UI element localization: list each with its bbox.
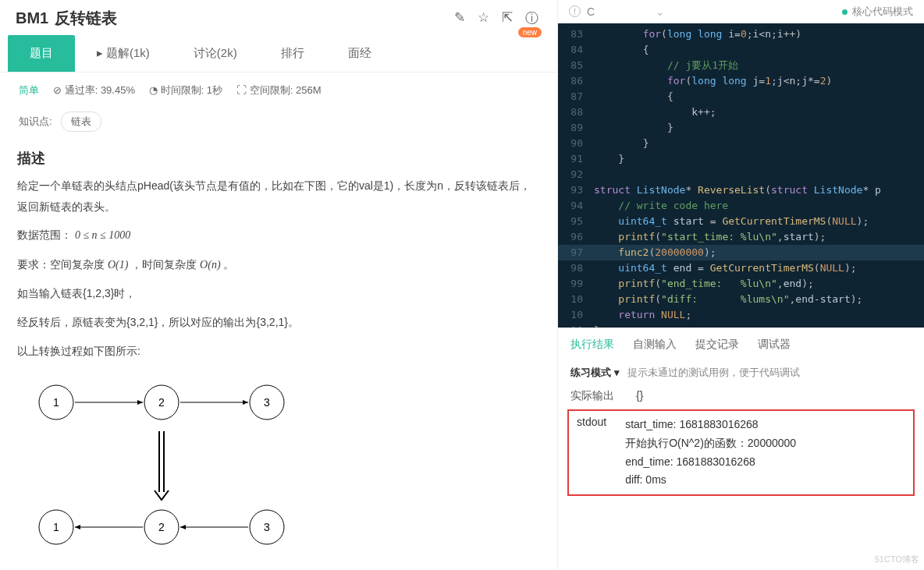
problem-meta: 简单 ⊘ 通过率: 39.45% ◔ 时间限制: 1秒 ⛶ 空间限制: 256M: [0, 73, 557, 108]
star-icon[interactable]: ☆: [478, 9, 489, 27]
code-line[interactable]: 10 printf("diff: %lums\n",end-start);: [558, 292, 924, 307]
knowledge-points: 知识点: 链表: [0, 108, 557, 143]
tab-debugger[interactable]: 调试器: [758, 338, 791, 352]
new-badge: new: [518, 27, 542, 37]
stdout-box: stdout start_time: 1681883016268开始执行O(N^…: [567, 409, 915, 496]
code-line[interactable]: 95 uint64_t start = GetCurrentTimerMS(NU…: [558, 214, 924, 229]
video-icon: ▸: [97, 46, 103, 59]
problem-panel: BM1 反转链表 ✎ ☆ ⇱ ⓘ 题目 ▸题解(1k) 讨论(2k) 排行 面经…: [0, 0, 558, 570]
warning-icon: !: [569, 5, 581, 17]
watermark: 51CTO博客: [875, 554, 919, 565]
time-limit: ◔ 时间限制: 1秒: [149, 83, 222, 97]
practice-mode-row: 练习模式 ▾ 提示未通过的测试用例，便于代码调试: [558, 358, 924, 384]
code-line[interactable]: 90 }: [558, 136, 924, 151]
diagram: 1 2 3 1 2 3: [0, 369, 557, 568]
svg-text:2: 2: [158, 521, 165, 533]
tab-rank[interactable]: 排行: [259, 35, 326, 72]
tab-selftest[interactable]: 自测输入: [633, 338, 677, 352]
actual-output: 实际输出 {}: [558, 384, 924, 405]
language-select[interactable]: ! C ⌄: [569, 5, 665, 18]
tab-solution[interactable]: ▸题解(1k): [75, 35, 172, 72]
bottom-tabs: 执行结果 自测输入 提交记录 调试器: [558, 327, 924, 358]
svg-text:3: 3: [264, 396, 270, 409]
desc-range: 数据范围： 0 ≤ n ≤ 1000: [17, 225, 540, 246]
svg-text:1: 1: [53, 396, 59, 409]
code-line[interactable]: 91 }: [558, 151, 924, 167]
svg-text:2: 2: [158, 396, 165, 409]
code-line[interactable]: 10 return NULL;: [558, 307, 924, 323]
code-line[interactable]: 99 printf("end_time: %lu\n",end);: [558, 276, 924, 292]
code-line[interactable]: 83 for(long long i=0;i<n;i++): [558, 27, 924, 42]
code-line[interactable]: 98 uint64_t end = GetCurrentTimerMS(NULL…: [558, 260, 924, 276]
code-line[interactable]: 92: [558, 167, 924, 182]
lang-bar: ! C ⌄ 核心代码模式: [558, 0, 924, 23]
mode-dot-icon: [842, 9, 848, 15]
tab-result[interactable]: 执行结果: [570, 338, 614, 352]
tab-submit[interactable]: 提交记录: [695, 338, 739, 352]
tab-discuss[interactable]: 讨论(2k): [172, 35, 259, 72]
desc-p6: 以上转换过程如下图所示:: [17, 341, 540, 362]
chevron-down-icon: ⌄: [656, 5, 665, 18]
svg-text:3: 3: [264, 521, 270, 533]
mem-limit: ⛶ 空间限制: 256M: [236, 83, 321, 97]
desc-heading: 描述: [0, 143, 557, 175]
pass-rate: ⊘ 通过率: 39.45%: [53, 83, 135, 97]
problem-title: 反转链表: [55, 8, 117, 29]
code-line[interactable]: 84 {: [558, 42, 924, 58]
description: 给定一个单链表的头结点pHead(该头节点是有值的，比如在下图，它的val是1)…: [0, 175, 557, 361]
practice-hint: 提示未通过的测试用例，便于代码调试: [627, 366, 800, 380]
desc-req: 要求：空间复杂度 O(1) ，时间复杂度 O(n) 。: [17, 254, 540, 276]
problem-tabs: 题目 ▸题解(1k) 讨论(2k) 排行 面经 new: [0, 35, 557, 73]
tab-problem[interactable]: 题目: [8, 35, 75, 72]
code-line[interactable]: 86 for(long long j=1;j<n;j*=2): [558, 73, 924, 89]
desc-p5: 经反转后，原链表变为{3,2,1}，所以对应的输出为{3,2,1}。: [17, 312, 540, 333]
desc-p4: 如当输入链表{1,2,3}时，: [17, 283, 540, 304]
kp-tag[interactable]: 链表: [61, 112, 101, 132]
code-editor[interactable]: 83 for(long long i=0;i<n;i++)84 {85 // j…: [558, 23, 924, 327]
header-actions: ✎ ☆ ⇱ ⓘ: [454, 9, 538, 27]
desc-p1: 给定一个单链表的头结点pHead(该头节点是有值的，比如在下图，它的val是1)…: [17, 175, 540, 217]
problem-code: BM1: [16, 9, 48, 27]
info-icon[interactable]: ⓘ: [525, 9, 538, 27]
header: BM1 反转链表 ✎ ☆ ⇱ ⓘ: [0, 0, 557, 35]
stdout-lines: start_time: 1681883016268开始执行O(N^2)的函数：2…: [625, 416, 796, 490]
difficulty-badge: 简单: [19, 83, 39, 97]
code-panel: ! C ⌄ 核心代码模式 83 for(long long i=0;i<n;i+…: [558, 0, 924, 570]
code-line[interactable]: 96 printf("start_time: %lu\n",start);: [558, 229, 924, 245]
stdout-label: stdout: [577, 416, 606, 490]
actual-output-value: {}: [636, 389, 643, 403]
practice-mode-label[interactable]: 练习模式 ▾: [570, 366, 620, 380]
code-line[interactable]: 97 func2(20000000);: [558, 245, 924, 260]
linked-list-diagram: 1 2 3 1 2 3: [17, 375, 298, 562]
language-name: C: [587, 5, 595, 18]
code-line[interactable]: 94 // write code here: [558, 198, 924, 214]
code-line[interactable]: 87 {: [558, 89, 924, 104]
code-line[interactable]: 88 k++;: [558, 104, 924, 120]
share-icon[interactable]: ⇱: [502, 9, 513, 27]
code-mode[interactable]: 核心代码模式: [842, 5, 913, 19]
svg-text:1: 1: [53, 521, 59, 533]
tab-exp[interactable]: 面经: [326, 35, 393, 72]
code-line[interactable]: 93struct ListNode* ReverseList(struct Li…: [558, 182, 924, 198]
edit-icon[interactable]: ✎: [454, 9, 465, 27]
code-line[interactable]: 89 }: [558, 120, 924, 136]
code-line[interactable]: 85 // j要从1开始: [558, 58, 924, 73]
